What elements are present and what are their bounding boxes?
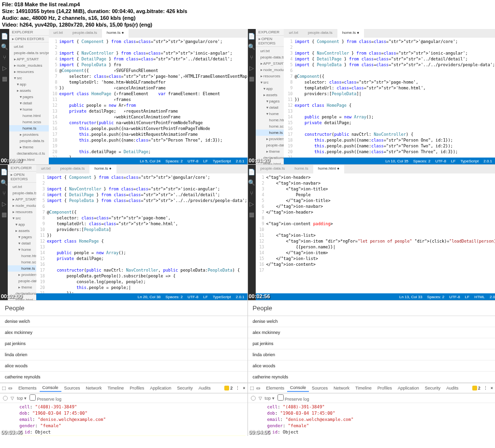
inspect-icon[interactable]: ⬚ — [2, 386, 6, 390]
ext-icon[interactable]: ▦ — [0, 211, 8, 218]
tree-item[interactable]: home.ts — [9, 125, 49, 131]
tree-item[interactable]: ▸ assets — [9, 87, 49, 94]
tree-item[interactable]: home.html — [256, 117, 284, 123]
git-icon[interactable]: ⑂ — [248, 54, 256, 61]
tree-item[interactable]: ▾ home — [8, 246, 36, 253]
device-icon[interactable]: ▭ — [8, 386, 13, 390]
devtools-tab-timeline[interactable]: Timeline — [352, 385, 375, 391]
devtools-tab-security[interactable]: Security — [422, 385, 444, 391]
list-item[interactable]: linda obrien — [0, 349, 248, 361]
list-item[interactable]: alex mckinney — [0, 327, 248, 338]
context-select[interactable]: top ▾ — [17, 396, 27, 401]
console-output[interactable]: cell: "(408)-391-3849"dob: "1960-03-04 1… — [248, 403, 495, 436]
clear-icon[interactable] — [3, 396, 8, 401]
ext-icon[interactable]: ▦ — [0, 75, 8, 83]
devtools-tab-network[interactable]: Network — [83, 385, 105, 391]
tree-item[interactable]: ▾ app — [9, 81, 49, 87]
tree-item[interactable]: home.ts — [8, 265, 36, 272]
tree-item[interactable]: ▾ detail — [256, 104, 284, 111]
tree-item[interactable]: url.txt — [8, 184, 36, 190]
list-item[interactable]: pat jenkins — [0, 338, 248, 349]
more-icon[interactable]: ⋮ — [483, 386, 488, 390]
open-editors[interactable]: ▸ OPEN EDITORS — [8, 172, 36, 183]
tree-item[interactable]: url.txt — [256, 48, 284, 54]
tree-item[interactable]: ▸ APP_START — [256, 60, 284, 67]
tree-item[interactable]: people-data.ts — [8, 278, 36, 284]
editor-tab[interactable]: url.txt — [36, 165, 56, 173]
more-icon[interactable]: ⋮ — [235, 386, 240, 390]
tree-item[interactable]: home.html — [8, 253, 36, 259]
tree-item[interactable]: ▸ assets — [256, 92, 284, 98]
code-editor[interactable]: 1234567891011121314151617181920212223242… — [284, 38, 495, 158]
tree-item[interactable]: ▸ node_modules — [256, 67, 284, 73]
tree-item[interactable]: ▾ detail — [8, 240, 36, 246]
tree-item[interactable]: ▾ pages — [256, 98, 284, 104]
devtools-tab-security[interactable]: Security — [174, 385, 196, 391]
ext-icon[interactable]: ▦ — [248, 211, 256, 218]
devtools-tab-console[interactable]: Console — [40, 384, 61, 392]
tree-item[interactable]: ▸ resources — [9, 69, 49, 75]
git-icon[interactable]: ⑂ — [248, 189, 256, 197]
device-icon[interactable]: ▭ — [256, 386, 261, 390]
tree-item[interactable]: ▾ detail — [9, 100, 49, 106]
search-icon[interactable]: 🔍 — [248, 179, 256, 187]
devtools-tab-elements[interactable]: Elements — [15, 385, 40, 391]
devtools-tab-sources[interactable]: Sources — [61, 385, 83, 391]
list-item[interactable]: denise welch — [248, 316, 495, 327]
preserve-log-checkbox[interactable]: Preserve log — [29, 394, 61, 402]
tree-item[interactable]: people-data.ts src/providers — [8, 190, 36, 196]
devtools-tab-console[interactable]: Console — [287, 384, 309, 392]
editor-tab[interactable]: people-data.ts — [55, 165, 89, 173]
warning-badge[interactable]: 2 — [472, 386, 480, 390]
tree-item[interactable]: home.scss — [256, 123, 284, 130]
tree-item[interactable]: ▾ app — [256, 86, 284, 92]
list-item[interactable]: denise welch — [0, 316, 248, 327]
files-icon[interactable]: 📄 — [248, 168, 256, 176]
tree-item[interactable]: ▸ node_modules — [9, 62, 49, 69]
search-icon[interactable]: 🔍 — [0, 179, 8, 187]
devtools-tab-sources[interactable]: Sources — [309, 385, 331, 391]
tree-item[interactable]: ▸ providers — [9, 131, 49, 138]
tree-item[interactable]: people-data.ts src/providers — [256, 54, 284, 60]
tree-item[interactable]: url.txt — [9, 43, 49, 50]
code-editor[interactable]: 1234567891011121314151617 <"tag">ion-hea… — [256, 173, 495, 293]
debug-icon[interactable]: ▷ — [248, 200, 256, 208]
warning-badge[interactable]: 2 — [224, 386, 233, 390]
console-output[interactable]: cell: "(408)-391-3849"dob: "1960-03-04 1… — [0, 403, 248, 436]
devtools-tab-application[interactable]: Application — [395, 385, 422, 391]
tree-item[interactable]: home.ts — [256, 130, 284, 136]
list-item[interactable]: linda obrien — [248, 349, 495, 361]
files-icon[interactable]: 📄 — [0, 32, 8, 40]
devtools-tab-audits[interactable]: Audits — [443, 385, 461, 391]
list-item[interactable]: catherine reynolds — [0, 372, 248, 383]
git-icon[interactable]: ⑂ — [0, 54, 8, 61]
editor-tab[interactable]: home.ts ● — [102, 29, 129, 38]
tree-item[interactable]: ▸ APP_START — [8, 196, 36, 202]
tree-item[interactable]: ▸ APP_START — [9, 56, 49, 62]
editor-tab[interactable]: home.html ● — [313, 165, 344, 173]
files-icon[interactable]: 📄 — [0, 168, 8, 176]
tree-item[interactable]: home.scss — [8, 259, 36, 265]
tree-item[interactable]: ▸ assets — [8, 228, 36, 234]
list-item[interactable]: pat jenkins — [248, 338, 495, 349]
inspect-icon[interactable]: ⬚ — [250, 386, 254, 390]
tree-item[interactable]: declarations.d.ts — [9, 150, 49, 157]
git-icon[interactable]: ⑂ — [0, 189, 8, 197]
tree-item[interactable]: people-data.ts — [256, 142, 284, 148]
tree-item[interactable]: ▾ app — [8, 221, 36, 228]
devtools-tab-profiles[interactable]: Profiles — [127, 385, 147, 391]
tree-item[interactable]: people-data.ts — [9, 138, 49, 144]
context-select[interactable]: top ▾ — [265, 396, 275, 401]
debug-icon[interactable]: ▷ — [0, 200, 8, 208]
tree-item[interactable]: ▾ home — [9, 106, 49, 113]
editor-tab[interactable]: url.txt — [49, 29, 68, 38]
filter-icon[interactable]: ▽ — [11, 396, 14, 401]
editor-tab[interactable]: url.txt — [284, 29, 303, 38]
search-icon[interactable]: 🔍 — [248, 43, 256, 51]
tree-item[interactable]: ▸ theme — [256, 148, 284, 155]
code-editor[interactable]: 1234567891011121314151617181920212223242… — [36, 173, 248, 293]
debug-icon[interactable]: ▷ — [0, 64, 8, 72]
open-editors[interactable]: ▸ OPEN EDITORS — [9, 36, 49, 43]
tree-item[interactable]: home.scss — [9, 119, 49, 125]
tree-item[interactable]: ▾ src — [256, 79, 284, 86]
